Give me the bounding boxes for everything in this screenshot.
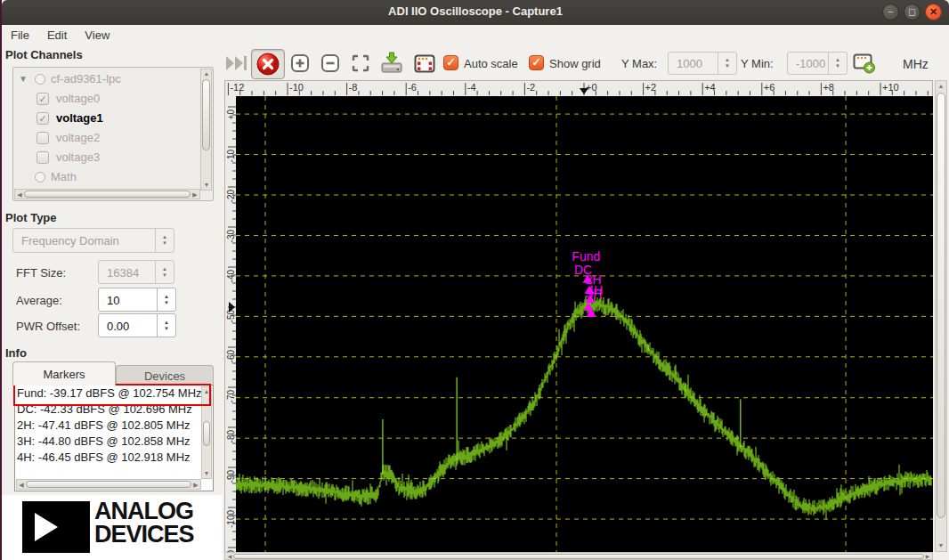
scroll-up-arrow[interactable]: ▲ — [202, 69, 211, 78]
menu-view[interactable]: View — [76, 25, 118, 42]
svg-text:+10: +10 — [882, 82, 899, 93]
tree-vertical-scrollbar[interactable]: ▲ ▼ — [200, 69, 212, 191]
plot-type-heading: Plot Type — [5, 211, 57, 224]
y-min-value: -1000 — [796, 57, 825, 70]
plot-channels-heading: Plot Channels — [5, 48, 83, 61]
close-button[interactable]: ✕ — [925, 4, 942, 20]
marker-row-5[interactable]: 4H: -46.45 dBFS @ 102.918 MHz — [15, 450, 213, 466]
titlebar[interactable]: ADI IIO Oscilloscope - Capture1 − ◻ ✕ — [2, 0, 949, 25]
scroll-down-arrow[interactable]: ▼ — [202, 181, 211, 190]
stop-icon — [256, 53, 280, 76]
radio-icon[interactable] — [35, 172, 45, 183]
peak-marker-label-3h: 3H — [586, 287, 602, 301]
marker-row-3[interactable]: 2H: -47.41 dBFS @ 102.805 MHz — [15, 418, 213, 434]
marker-row-4[interactable]: 3H: -44.80 dBFS @ 102.858 MHz — [15, 434, 213, 450]
plot-type-select[interactable]: Frequency Domain ▲▼ — [12, 228, 174, 253]
radio-icon[interactable] — [35, 74, 45, 85]
fast-forward-icon — [226, 56, 247, 70]
checkbox-icon[interactable] — [36, 151, 49, 164]
checkbox-icon[interactable]: ✓ — [36, 112, 49, 125]
menubar: FileEditView — [2, 25, 949, 46]
tree-channel-voltage1[interactable]: ✓voltage1 — [13, 109, 200, 128]
pwr-offset-spinbox[interactable]: 0.00 ▲▼ — [98, 313, 176, 337]
channel-tree: ▼cf-ad9361-lpc✓voltage0✓voltage1voltage2… — [12, 67, 214, 201]
scroll-left-arrow[interactable]: ◀ — [17, 481, 26, 490]
menu-file[interactable]: File — [2, 25, 38, 42]
markers-list[interactable]: Fund: -39.17 dBFS @ 102.754 MHzDC: -42.3… — [14, 385, 214, 491]
y-max-spinbox[interactable]: 1000 ▲▼ — [668, 52, 737, 75]
y-min-label: Y Min: — [741, 57, 774, 70]
tree-vscroll-thumb[interactable] — [202, 79, 210, 150]
zoom-out-button[interactable] — [317, 49, 344, 77]
zoom-in-button[interactable] — [287, 49, 313, 77]
svg-text:-2: -2 — [526, 82, 535, 93]
auto-scale-checkbox[interactable]: ✓ — [443, 55, 458, 70]
menu-edit[interactable]: Edit — [38, 25, 76, 42]
markers-vscroll-thumb[interactable] — [203, 421, 210, 446]
minimize-button[interactable]: − — [882, 4, 899, 20]
marker-row-2[interactable]: DC: -42.33 dBFS @ 102.696 MHz — [15, 402, 213, 418]
zoom-in-icon — [290, 53, 310, 73]
markers-vertical-scrollbar[interactable]: ▲ ▼ — [201, 386, 212, 479]
zoom-fit-button[interactable] — [347, 49, 374, 77]
spectrum-plot[interactable]: FundDC2H4H3H — [236, 96, 933, 552]
scroll-left-arrow[interactable]: ◀ — [15, 191, 24, 199]
y-axis-ruler: +0-10-20-30-40-50-60-70-80-90-100-110 — [224, 96, 236, 552]
tree-channel-voltage3[interactable]: voltage3 — [13, 148, 200, 167]
unit-label: MHz — [903, 57, 929, 71]
scroll-right-arrow[interactable]: ▶ — [191, 481, 200, 490]
spin-arrows-icon: ▲▼ — [718, 53, 736, 74]
scroll-right-arrow[interactable]: ▶ — [923, 553, 932, 560]
marker-row-1[interactable]: Fund: -39.17 dBFS @ 102.754 MHz — [15, 386, 213, 402]
logo-line1: ANALOG — [94, 499, 194, 523]
svg-text:-50: -50 — [226, 310, 236, 323]
plot-fullscreen-button[interactable] — [411, 49, 438, 77]
maximize-button[interactable]: ◻ — [904, 4, 921, 20]
pwr-offset-label: PWR Offset: — [16, 320, 80, 333]
spin-arrows-icon[interactable]: ▲▼ — [157, 288, 175, 311]
save-to-disk-icon — [379, 52, 404, 75]
desktop: ADI IIO Oscilloscope - Capture1 − ◻ ✕ Fi… — [0, 0, 949, 560]
svg-text:-90: -90 — [226, 470, 236, 483]
scroll-up-arrow[interactable]: ▲ — [937, 82, 945, 91]
svg-text:-80: -80 — [226, 430, 236, 443]
expander-icon[interactable]: ▼ — [19, 69, 28, 89]
save-capture-button[interactable] — [377, 49, 406, 77]
tab-devices[interactable]: Devices — [116, 365, 214, 386]
checkbox-icon[interactable]: ✓ — [36, 93, 49, 105]
markers-hscroll-thumb[interactable] — [26, 481, 191, 488]
markers-horizontal-scrollbar[interactable]: ◀ ▶ — [16, 479, 201, 490]
spin-arrows-icon[interactable]: ▲▼ — [157, 314, 175, 337]
scroll-down-arrow[interactable]: ▼ — [937, 541, 945, 550]
plot-hscroll-thumb[interactable] — [233, 554, 924, 559]
plot-vertical-scrollbar[interactable]: ▲ ▼ — [935, 80, 947, 552]
show-grid-checkbox[interactable]: ✓ — [529, 55, 544, 70]
average-spinbox[interactable]: 10 ▲▼ — [98, 288, 176, 312]
plot-vscroll-thumb[interactable] — [937, 93, 945, 518]
scroll-down-arrow[interactable]: ▼ — [202, 469, 211, 478]
logo-line2: DEVICES — [94, 523, 194, 546]
tree-channel-voltage0[interactable]: ✓voltage0 — [13, 89, 200, 109]
plot-type-value: Frequency Domain — [21, 234, 119, 248]
svg-text:+6: +6 — [764, 82, 775, 93]
scroll-up-arrow[interactable]: ▲ — [202, 387, 211, 396]
checkbox-icon[interactable] — [36, 132, 49, 144]
svg-text:+0: +0 — [226, 110, 236, 120]
tree-horizontal-scrollbar[interactable]: ◀ ▶ — [14, 189, 200, 199]
average-label: Average: — [16, 294, 62, 307]
new-plot-button[interactable] — [851, 49, 878, 77]
adi-triangle-icon — [22, 501, 90, 553]
new-plot-window-icon — [853, 53, 876, 74]
tree-item-math[interactable]: Math — [13, 167, 200, 187]
tree-device-cf-ad9361-lpc[interactable]: ▼cf-ad9361-lpc — [13, 69, 200, 89]
plot-horizontal-scrollbar[interactable]: ◀ ▶ — [224, 552, 933, 560]
tab-markers[interactable]: Markers — [12, 361, 116, 386]
fft-size-select[interactable]: 16384 ▲▼ — [98, 260, 174, 284]
stop-capture-button[interactable] — [251, 49, 285, 79]
tree-channel-voltage2[interactable]: voltage2 — [13, 128, 200, 148]
y-min-spinbox[interactable]: -1000 ▲▼ — [787, 52, 848, 75]
capture-play-button[interactable] — [224, 49, 249, 77]
scroll-right-arrow[interactable]: ▶ — [191, 191, 199, 199]
tree-hscroll-thumb[interactable] — [24, 191, 191, 198]
fft-size-label: FFT Size: — [16, 266, 66, 280]
